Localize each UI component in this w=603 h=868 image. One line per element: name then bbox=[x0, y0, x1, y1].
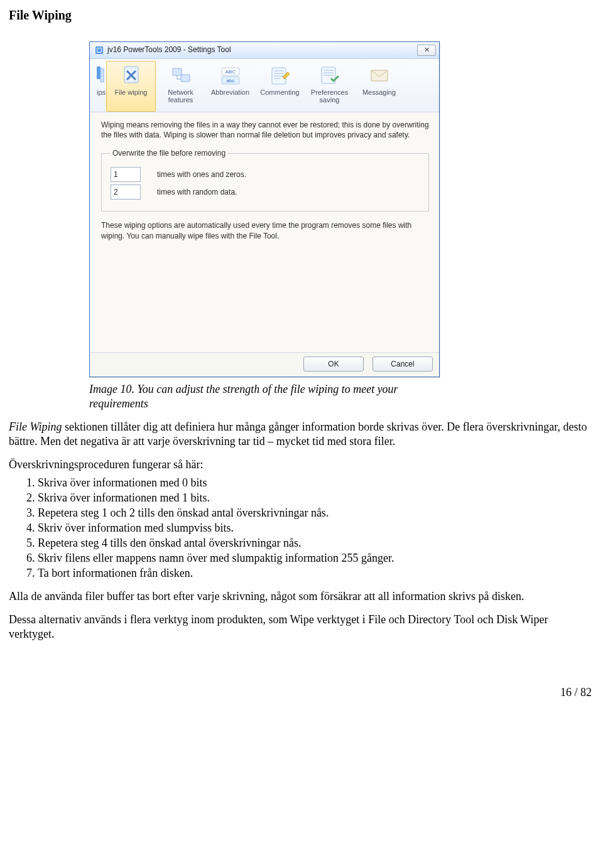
toolbar-label: File wiping bbox=[115, 88, 148, 97]
intro-paragraph: File Wiping sektionen tillåter dig att d… bbox=[9, 420, 594, 449]
abbreviation-icon: ABCabc bbox=[219, 65, 242, 86]
toolbar-label: Messaging bbox=[362, 88, 396, 97]
list-item: Skriv filens eller mappens namn över med… bbox=[38, 551, 594, 565]
ok-button[interactable]: OK bbox=[303, 356, 364, 372]
overwrite-random-input[interactable] bbox=[111, 185, 141, 200]
window-content: Wiping means removing the files in a way… bbox=[90, 112, 439, 352]
overwrite-row-ones-zeros: times with ones and zeros. bbox=[111, 167, 420, 182]
procedure-heading: Överskrivningsproceduren fungerar så här… bbox=[9, 458, 594, 472]
app-icon bbox=[95, 46, 104, 55]
list-item: Repetera steg 1 och 2 tills den önskad a… bbox=[38, 506, 594, 520]
svg-rect-3 bbox=[97, 67, 100, 79]
toolbar-label: Preferences bbox=[311, 88, 348, 97]
toolbar-label: ips bbox=[97, 88, 106, 97]
toolbar-label: Abbreviation bbox=[211, 88, 249, 97]
wiping-note: These wiping options are automatically u… bbox=[101, 220, 429, 240]
toolbar-item-file-wiping[interactable]: File wiping bbox=[106, 61, 156, 112]
window-title: jv16 PowerTools 2009 - Settings Tool bbox=[107, 45, 417, 55]
overwrite-ones-zeros-input[interactable] bbox=[111, 167, 141, 182]
overwrite-legend: Overwrite the file before removing bbox=[111, 149, 227, 158]
network-icon bbox=[170, 65, 192, 86]
toolbar-item-commenting[interactable]: Commenting bbox=[255, 61, 305, 112]
paragraph-buffer: Alla de använda filer buffer tas bort ef… bbox=[9, 589, 594, 604]
list-item: Skriva över informationen med 1 bits. bbox=[38, 491, 594, 505]
figure-caption: Image 10. You can adjust the strength of… bbox=[89, 382, 438, 411]
overwrite-row-random: times with random data. bbox=[111, 185, 420, 200]
list-item: Ta bort informationen från disken. bbox=[38, 566, 594, 581]
settings-window: jv16 PowerTools 2009 - Settings Tool ✕ i… bbox=[89, 41, 440, 377]
svg-rect-7 bbox=[181, 75, 190, 82]
toolbar-item-abbreviation[interactable]: ABCabc Abbreviation bbox=[205, 61, 255, 112]
preferences-icon bbox=[318, 65, 341, 86]
toolbar: ips File wiping Network features ABCabc bbox=[90, 59, 439, 112]
list-item: Skriv över information med slumpviss bit… bbox=[38, 521, 594, 535]
svg-text:abc: abc bbox=[226, 78, 234, 83]
overwrite-group: Overwrite the file before removing times… bbox=[101, 149, 429, 212]
svg-text:ABC: ABC bbox=[225, 69, 236, 75]
figure-block: jv16 PowerTools 2009 - Settings Tool ✕ i… bbox=[89, 41, 594, 411]
document-icon bbox=[83, 65, 106, 86]
svg-rect-4 bbox=[100, 68, 104, 82]
commenting-icon bbox=[269, 65, 291, 86]
procedure-list: Skriva över informationen med 0 bits Skr… bbox=[9, 476, 594, 581]
messaging-icon bbox=[368, 65, 391, 86]
toolbar-item-preferences[interactable]: Preferences saving bbox=[305, 61, 354, 112]
wiping-description: Wiping means removing the files in a way… bbox=[101, 120, 429, 140]
overwrite-ones-zeros-label: times with ones and zeros. bbox=[157, 170, 246, 179]
toolbar-label: Network bbox=[168, 88, 193, 97]
window-titlebar: jv16 PowerTools 2009 - Settings Tool ✕ bbox=[90, 42, 439, 59]
toolbar-sublabel: saving bbox=[320, 96, 340, 104]
intro-rest: sektionen tillåter dig att definiera hur… bbox=[9, 421, 587, 447]
toolbar-sublabel: features bbox=[168, 96, 193, 104]
list-item: Repetera steg 4 tills den önskad antal ö… bbox=[38, 536, 594, 550]
overwrite-random-label: times with random data. bbox=[157, 188, 237, 197]
paragraph-usage: Dessa alternativ används i flera verktyg… bbox=[9, 613, 594, 641]
toolbar-item-ips[interactable]: ips bbox=[90, 61, 106, 112]
page-number: 16 / 82 bbox=[9, 685, 594, 700]
intro-italic-term: File Wiping bbox=[9, 421, 62, 433]
file-wiping-icon bbox=[120, 65, 143, 86]
svg-rect-2 bbox=[97, 48, 101, 52]
toolbar-item-network[interactable]: Network features bbox=[156, 61, 205, 112]
toolbar-label: Commenting bbox=[260, 88, 299, 97]
svg-rect-6 bbox=[173, 68, 182, 75]
toolbar-item-messaging[interactable]: Messaging bbox=[354, 61, 404, 112]
cancel-button[interactable]: Cancel bbox=[372, 356, 433, 372]
list-item: Skriva över informationen med 0 bits bbox=[38, 476, 594, 490]
button-bar: OK Cancel bbox=[90, 352, 439, 377]
section-heading: File Wiping bbox=[9, 8, 594, 24]
window-close-button[interactable]: ✕ bbox=[417, 45, 436, 56]
